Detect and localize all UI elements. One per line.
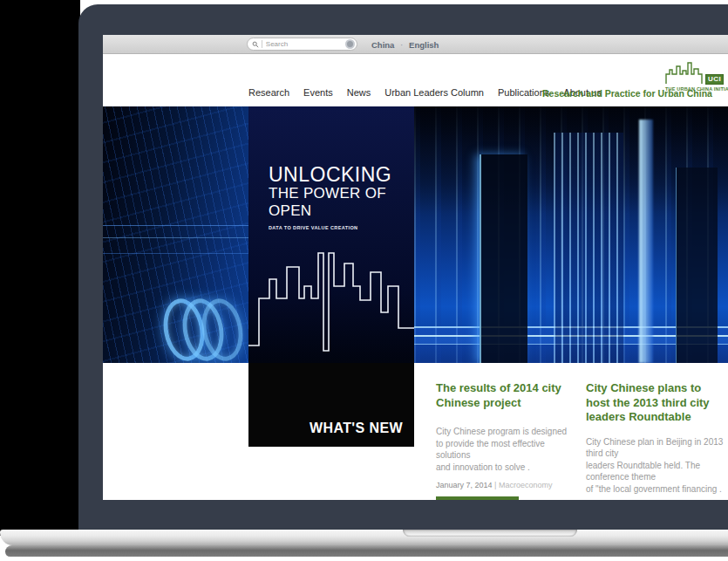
- logo-skyline-icon: [665, 60, 705, 85]
- whats-new-panel: WHAT'S NEW: [248, 363, 414, 447]
- article-text-line: and innovation to solve .: [436, 462, 577, 474]
- nav-item-urban-leaders-column[interactable]: Urban Leaders Column: [384, 87, 484, 98]
- article-text-line: leaders Roundtable held. The conference …: [586, 460, 728, 483]
- building-silhouette-decoration: [676, 168, 718, 363]
- hero-title-line1: UNLOCKING: [269, 164, 414, 185]
- background-black-strip: [0, 0, 80, 536]
- laptop-mockup: China · English Research Events News Urb…: [0, 0, 728, 561]
- lang-english-link[interactable]: English: [409, 40, 439, 50]
- article-text-line: to provide the most effective: [436, 438, 577, 450]
- nav-item-news[interactable]: News: [347, 87, 371, 98]
- article-text-line: solutions: [436, 449, 577, 462]
- browser-toolbar: China · English: [103, 35, 728, 54]
- article-text-line: City Chinese plan in Beijing in 2013 thi…: [586, 436, 728, 460]
- hero-center-panel: UNLOCKING THE POWER OF OPEN DATA TO DRIV…: [248, 106, 414, 447]
- language-switcher: China · English: [371, 35, 439, 54]
- news-article: City Chinese plans to host the 2013 thir…: [586, 381, 728, 500]
- uci-logo[interactable]: UCI THE URBAN CHINA INITIATIVE: [665, 60, 726, 92]
- search-input[interactable]: [266, 40, 345, 48]
- building-silhouette-decoration: [480, 154, 527, 363]
- browser-screen: China · English Research Events News Urb…: [103, 35, 728, 500]
- search-icon: [252, 41, 259, 48]
- nav-item-events[interactable]: Events: [303, 87, 333, 98]
- hero-banner: [103, 106, 728, 363]
- news-article: The results of 2014 city Chinese project…: [436, 381, 577, 500]
- skyline-outline-icon: [248, 248, 414, 363]
- laptop-base: [0, 530, 728, 545]
- hero-subtitle: DATA TO DRIVE VALUE CREATION: [269, 225, 414, 230]
- article-date: January 7, 2014: [436, 481, 493, 489]
- search-box[interactable]: [247, 38, 357, 51]
- article-text-line: of "the local government financing .: [586, 483, 728, 496]
- building-lights-decoration: [554, 133, 623, 363]
- article-title[interactable]: City Chinese plans to host the 2013 thir…: [586, 381, 728, 425]
- news-section: The results of 2014 city Chinese project…: [103, 363, 728, 500]
- logo-caption: THE URBAN CHINA INITIATIVE: [665, 86, 726, 92]
- article-excerpt: City Chinese plan in Beijing in 2013 thi…: [586, 436, 728, 496]
- article-excerpt: City Chinese program is designed to prov…: [436, 426, 577, 473]
- meta-divider: |: [494, 481, 496, 489]
- lang-china-link[interactable]: China: [371, 40, 394, 50]
- continue-reading-button[interactable]: Continue Reading: [436, 496, 519, 500]
- laptop-base-shadow: [5, 545, 728, 557]
- article-category[interactable]: Macroeconomy: [499, 481, 553, 489]
- article-title[interactable]: The results of 2014 city Chinese project: [436, 381, 577, 410]
- article-text-line: City Chinese program is designed: [436, 426, 577, 438]
- article-meta: January 7, 2014 | Macroeconomy: [436, 481, 577, 489]
- light-lines-decoration: [103, 218, 248, 274]
- lang-divider: ·: [400, 41, 403, 49]
- whats-new-label: WHAT'S NEW: [310, 421, 403, 436]
- nav-item-research[interactable]: Research: [248, 87, 289, 98]
- hero-title-line2: THE POWER OF OPEN: [269, 185, 414, 219]
- logo-acronym: UCI: [705, 74, 724, 85]
- light-column-decoration: [639, 120, 653, 363]
- hero-text-panel: UNLOCKING THE POWER OF OPEN DATA TO DRIV…: [248, 106, 414, 363]
- search-submit-button[interactable]: [345, 39, 355, 49]
- hero-image-right: [414, 106, 728, 363]
- search-divider: [262, 40, 262, 48]
- laptop-lid-notch: [403, 530, 577, 537]
- hero-copy: UNLOCKING THE POWER OF OPEN DATA TO DRIV…: [269, 164, 414, 230]
- hero-image-left: [103, 106, 248, 363]
- site-header: Research Events News Urban Leaders Colum…: [103, 54, 728, 106]
